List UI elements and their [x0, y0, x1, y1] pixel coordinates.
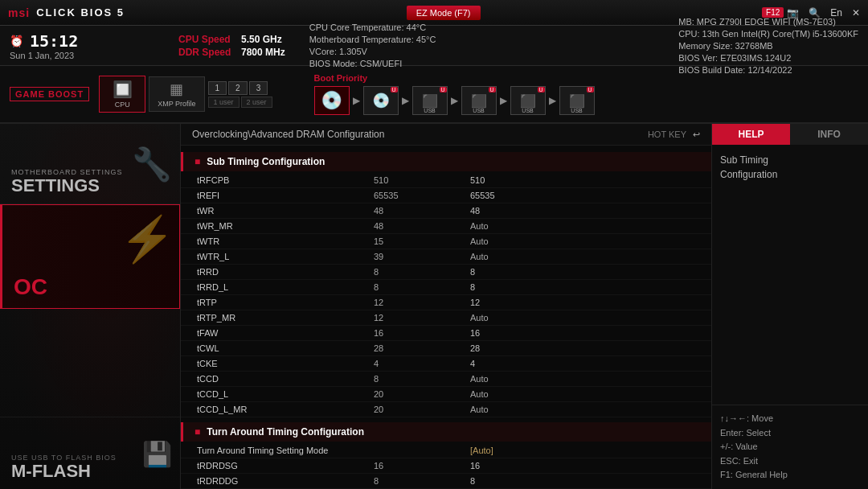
boot-usb4-label: USB — [473, 108, 484, 113]
section-icon-1: ■ — [194, 156, 200, 167]
cpu-chip-icon: 🔲 — [113, 80, 133, 99]
bios-ver: BIOS Ver: E7E03IMS.124U2 — [678, 53, 858, 63]
xmp-profile-item[interactable]: ▦ XMP Profile — [149, 76, 204, 112]
sidebar-spacer — [0, 309, 180, 417]
boot-arrow-5: ▶ — [549, 95, 556, 106]
oc-title: OC — [14, 275, 168, 300]
help-info-tabs: HELP INFO — [712, 124, 868, 145]
boot-device-3[interactable]: ⬛ U USB — [412, 86, 448, 115]
wrench-icon: 🔧 — [132, 145, 172, 183]
mb-temp: Motherboard Temperature: 45°C — [309, 35, 436, 44]
boot-arrow-3: ▶ — [451, 95, 458, 106]
boot-usb3-label: USB — [424, 108, 435, 113]
row-trrd-l[interactable]: tRRD_L 8 8 — [181, 280, 711, 295]
boot-disc-icon: 💿 — [321, 90, 342, 111]
sys-info-mid: CPU Core Temperature: 44°C Motherboard T… — [309, 23, 436, 68]
memory-size: Memory Size: 32768MB — [678, 41, 858, 51]
mb-model: MB: MPG Z790I EDGE WIFI (MS-7E03) — [678, 17, 858, 27]
left-sidebar: Motherboard settings SETTINGS 🔧 OC ⚡ Use… — [0, 124, 181, 489]
ez-mode-button[interactable]: EZ Mode (F7) — [407, 6, 481, 20]
boot-device-5[interactable]: ⬛ U USB — [510, 86, 546, 115]
row-tccd-l[interactable]: tCCD_L 20 Auto — [181, 387, 711, 402]
section-sub-timing-label: Sub Timing Configuration — [207, 156, 325, 167]
row-tccd[interactable]: tCCD 8 Auto — [181, 372, 711, 387]
sys-info-right: MB: MPG Z790I EDGE WIFI (MS-7E03) CPU: 1… — [678, 17, 858, 75]
boot-usb4-icon: ⬛ — [471, 93, 487, 109]
profile-user1-button[interactable]: 1 user — [208, 97, 240, 108]
row-turn-around-mode[interactable]: Turn Around Timing Setting Mode [Auto] — [181, 443, 711, 458]
section-icon-2: ■ — [194, 426, 200, 438]
cpu-speed-value: 5.50 GHz — [241, 34, 282, 45]
profile-3-button[interactable]: 3 — [249, 81, 268, 95]
boot-badge-2: U — [391, 87, 398, 92]
row-trtp-mr[interactable]: tRTP_MR 12 Auto — [181, 310, 711, 326]
boot-badge-6: U — [587, 87, 594, 92]
main-layout: Motherboard settings SETTINGS 🔧 OC ⚡ Use… — [0, 124, 868, 489]
row-trtp[interactable]: tRTP 12 12 — [181, 295, 711, 310]
section-sub-timing-header: ■ Sub Timing Configuration — [181, 152, 711, 171]
sidebar-item-settings[interactable]: Motherboard settings SETTINGS 🔧 — [0, 124, 180, 204]
bios-mode: BIOS Mode: CSM/UEFI — [309, 59, 436, 68]
usb-flash-icon: 💾 — [142, 439, 172, 467]
boot-priority-label: Boot Priority — [314, 73, 595, 83]
row-twr[interactable]: tWR 48 48 — [181, 203, 711, 219]
section-turn-around-header: ■ Turn Around Timing Configuration — [181, 422, 711, 442]
help-text: Sub TimingConfiguration — [720, 153, 860, 182]
clock-icon: ⏰ — [10, 35, 23, 47]
boot-usb6-icon: ⬛ — [569, 93, 585, 109]
section-turn-around-label: Turn Around Timing Configuration — [207, 426, 364, 438]
row-tcke[interactable]: tCKE 4 4 — [181, 356, 711, 372]
info-tab[interactable]: INFO — [790, 124, 868, 145]
hint-esc: ESC: Exit — [720, 454, 860, 469]
back-button[interactable]: ↩ — [693, 129, 700, 140]
row-tcwl[interactable]: tCWL 28 28 — [181, 341, 711, 356]
breadcrumb-bar: Overclocking\Advanced DRAM Configuration… — [181, 124, 711, 146]
vcore: VCore: 1.305V — [309, 47, 436, 56]
boot-device-1[interactable]: 💿 — [314, 86, 350, 115]
row-trdrdsg[interactable]: tRDRDSG 16 16 — [181, 458, 711, 474]
xmp-icon: ▦ — [170, 80, 183, 98]
speed-section: CPU Speed 5.50 GHz DDR Speed 7800 MHz — [178, 34, 285, 58]
time-section: ⏰ 15:12 Sun 1 Jan, 2023 — [10, 31, 154, 60]
profile-2-button[interactable]: 2 — [228, 81, 248, 95]
xmp-label: XMP Profile — [158, 100, 195, 108]
row-twtr[interactable]: tWTR 15 Auto — [181, 234, 711, 249]
profile-nums: 1 2 3 — [208, 81, 272, 95]
center-content: Overclocking\Advanced DRAM Configuration… — [181, 124, 711, 489]
boot-arrow-2: ▶ — [402, 95, 409, 106]
boot-device-4[interactable]: ⬛ U USB — [461, 86, 497, 115]
boot-device-6[interactable]: ⬛ U USB — [559, 86, 595, 115]
sidebar-item-mflash[interactable]: Use USB to flash BIOS M-FLASH 💾 — [0, 417, 180, 489]
row-twtr-l[interactable]: tWTR_L 39 Auto — [181, 249, 711, 265]
boot-priority-section: Boot Priority 💿 ▶ 💿 U ▶ ⬛ U USB ▶ ⬛ U US… — [314, 73, 595, 115]
right-panel-footer: ↑↓→←: Move Enter: Select +/-: Value ESC:… — [712, 405, 868, 489]
profile-1-button[interactable]: 1 — [208, 81, 227, 95]
game-boost-bar: GAME BOOST 🔲 CPU ▦ XMP Profile 1 2 3 1 u… — [0, 66, 868, 124]
boost-cpu-item[interactable]: 🔲 CPU — [99, 76, 145, 113]
boost-cpu-label: CPU — [115, 101, 130, 109]
breadcrumb: Overclocking\Advanced DRAM Configuration — [192, 129, 384, 140]
profile-user2-button[interactable]: 2 user — [241, 97, 272, 108]
click-bios-title: CLICK BIOS 5 — [36, 6, 125, 18]
help-content: Sub TimingConfiguration — [712, 145, 868, 405]
boot-device-2[interactable]: 💿 U — [363, 86, 399, 115]
row-trrd[interactable]: tRRD 8 8 — [181, 265, 711, 280]
row-trefi[interactable]: tREFI 65535 65535 — [181, 188, 711, 203]
row-twr-mr[interactable]: tWR_MR 48 Auto — [181, 219, 711, 234]
help-tab[interactable]: HELP — [712, 124, 790, 145]
row-trdrddg[interactable]: tRDRDDG 8 8 — [181, 474, 711, 489]
profile-tabs: 1 2 3 1 user 2 user — [208, 81, 272, 108]
boot-badge-3: U — [440, 87, 447, 92]
sidebar-item-oc[interactable]: OC ⚡ — [0, 204, 180, 309]
hot-key-area: HOT KEY ↩ — [648, 129, 700, 140]
row-tccd-l-mr[interactable]: tCCD_L_MR 20 Auto — [181, 402, 711, 417]
boot-disc2-icon: 💿 — [372, 92, 390, 109]
game-boost-label: GAME BOOST — [10, 87, 89, 101]
hint-move: ↑↓→←: Move — [720, 412, 860, 426]
hint-enter: Enter: Select — [720, 426, 860, 441]
row-trfcpb[interactable]: tRFCPB 510 510 — [181, 173, 711, 188]
cpu-speed-label: CPU Speed — [178, 34, 235, 45]
row-tfaw[interactable]: tFAW 16 16 — [181, 326, 711, 341]
settings-table: ■ Sub Timing Configuration tRFCPB 510 51… — [181, 146, 711, 489]
boot-usb5-label: USB — [522, 108, 533, 113]
